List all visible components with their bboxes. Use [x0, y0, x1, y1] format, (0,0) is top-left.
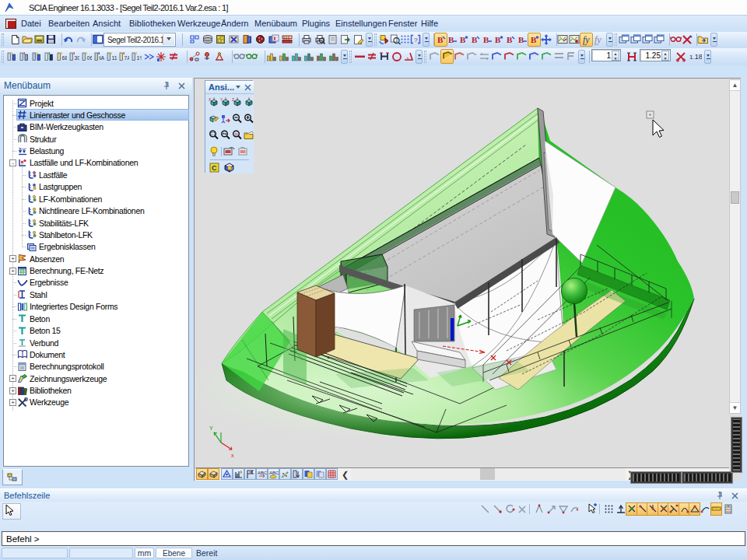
svg-text:68: 68: [62, 55, 68, 61]
svg-text:06: 06: [87, 55, 93, 61]
svg-text:C: C: [212, 164, 217, 172]
svg-text:Z: Z: [232, 97, 234, 102]
svg-text:B: B: [460, 35, 466, 44]
svg-text:?: ?: [414, 37, 418, 44]
svg-text:ABC: ABC: [269, 471, 279, 475]
svg-text:11: 11: [112, 55, 117, 61]
svg-text:B: B: [518, 35, 524, 44]
svg-text:B: B: [495, 35, 501, 44]
svg-text:x: x: [231, 453, 234, 458]
svg-text:ABC: ABC: [258, 471, 267, 475]
svg-text:tA: tA: [100, 55, 105, 61]
svg-text:7A: 7A: [124, 55, 130, 61]
svg-text:1.18: 1.18: [689, 53, 702, 61]
svg-text:B: B: [472, 35, 478, 44]
svg-text:30: 30: [75, 55, 80, 61]
svg-text:fy: fy: [594, 34, 601, 45]
svg-text:B: B: [483, 35, 489, 44]
svg-text:fy: fy: [583, 34, 590, 45]
svg-text:B: B: [507, 35, 513, 44]
svg-text:1%: 1%: [137, 55, 142, 61]
svg-text:Y: Y: [209, 425, 213, 431]
svg-text:B: B: [437, 35, 444, 44]
svg-text:R: R: [235, 132, 239, 137]
svg-text:B: B: [531, 35, 537, 44]
svg-text:B: B: [448, 35, 454, 44]
